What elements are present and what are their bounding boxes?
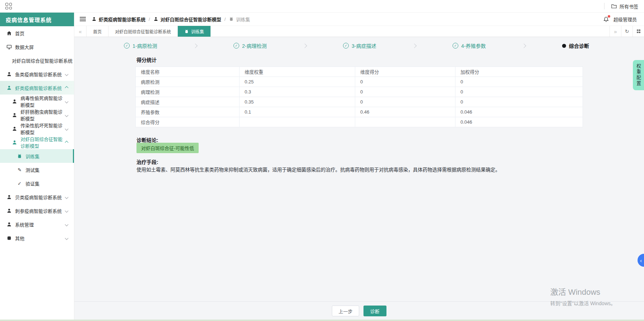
sidebar-item-label: 鱼类疫病智能诊断系统 <box>15 71 62 78</box>
tab-home[interactable]: 首页 <box>87 26 108 37</box>
sidebar-item-other[interactable]: 其他 <box>0 231 74 245</box>
sidebar-item-fish-system[interactable]: 鱼类疫病智能诊断系统 <box>0 67 74 81</box>
sidebar-item-sea-cucumber-system[interactable]: 刺参疫病智能诊断系统 <box>0 204 74 217</box>
step-pathogen-detection[interactable]: ✓ 1-病原检测 <box>124 42 157 49</box>
folder-icon <box>611 3 617 9</box>
sidebar-item-wssv-system[interactable]: 对虾白斑综合征智能诊断系统 <box>0 54 74 67</box>
user-icon <box>6 208 12 214</box>
tab-wssv-system[interactable]: 对虾白斑综合征智能诊断系统 <box>108 26 178 37</box>
top-header: 虾类疫病智能诊断系统 / 对虾白斑综合征智能诊断模型 / 训练集 超级管理员 <box>74 13 644 26</box>
table-row: 病原检测 0.25 0 0 <box>136 77 583 87</box>
notification-bell-icon[interactable] <box>603 16 609 22</box>
breadcrumb-label: 训练集 <box>236 16 250 23</box>
user-icon <box>12 126 17 132</box>
sidebar-item-label: 刺参疫病智能诊断系统 <box>15 207 62 214</box>
tabs-scroll-left-icon[interactable]: « <box>74 26 87 37</box>
check-icon: ✓ <box>17 181 22 186</box>
check-circle-icon: ✓ <box>343 43 349 49</box>
sidebar-item-label: 训练集 <box>26 153 40 160</box>
table-row: 病理检测 0.3 0 0 <box>136 87 583 97</box>
previous-step-button[interactable]: 上一步 <box>332 306 359 316</box>
tab-training-set[interactable]: 训练集 <box>178 26 211 37</box>
main-content: ✓ 1-病原检测 ✓ 2-病理检测 ✓ 3-病症描述 ✓ 4-养殖参数 综合诊断… <box>74 37 644 321</box>
breadcrumb-item[interactable]: 对虾白斑综合征智能诊断模型 <box>161 16 221 23</box>
weight-config-button[interactable]: 权重配置 <box>633 60 644 90</box>
breadcrumb-separator: / <box>223 17 227 22</box>
current-user[interactable]: 超级管理员 <box>613 16 637 23</box>
chevron-down-icon <box>65 127 69 130</box>
sidebar-item-ehp-model[interactable]: 虾肝肠胞虫病智能诊断模型 <box>0 108 74 122</box>
column-header: 加权得分 <box>455 67 583 77</box>
user-icon <box>153 17 158 22</box>
all-bookmarks-button[interactable]: 所有书签 <box>604 3 644 10</box>
step-symptom-description[interactable]: ✓ 3-病症描述 <box>343 42 376 49</box>
step-farming-parameters[interactable]: ✓ 4-养殖参数 <box>453 42 486 49</box>
sidebar-item-shrimp-system[interactable]: 虾类疫病智能诊断系统 <box>0 81 74 95</box>
cell: 病原检测 <box>136 77 240 87</box>
browser-bookmarks-bar: 所有书签 <box>0 0 644 13</box>
chevron-down-icon <box>65 223 69 226</box>
sidebar-item-label: 系统管理 <box>15 221 34 228</box>
step-pathology-detection[interactable]: ✓ 2-病理检测 <box>233 42 267 49</box>
user-icon <box>12 113 17 118</box>
breadcrumb-item[interactable]: 虾类疫病智能诊断系统 <box>99 16 145 23</box>
treatment-label: 治疗手段: <box>136 158 158 165</box>
cell: 病症描述 <box>136 97 240 107</box>
sidebar-item-label: 数据大屏 <box>15 43 34 50</box>
cell: 0 <box>455 77 583 87</box>
user-icon <box>6 85 12 91</box>
cell: 0.1 <box>240 107 355 117</box>
hamburger-menu-icon[interactable] <box>80 15 86 23</box>
chevron-up-icon <box>65 141 69 144</box>
column-header: 维度权重 <box>240 67 355 77</box>
check-circle-icon: ✓ <box>233 43 239 49</box>
table-row: 养殖参数 0.1 0.46 0.046 <box>136 107 583 117</box>
chevron-down-icon <box>65 100 69 103</box>
sidebar-item-training-set[interactable]: 训练集 <box>0 149 74 163</box>
watermark-line1: 激活 Windows <box>550 285 616 297</box>
sidebar-item-label: 病毒性偷死病智能诊断模型 <box>20 95 65 108</box>
sidebar-item-data-screen[interactable]: 数据大屏 <box>0 40 74 54</box>
user-icon <box>6 222 12 227</box>
sidebar-item-shellfish-system[interactable]: 贝类疫病智能诊断系统 <box>0 190 74 204</box>
breadcrumb-separator: / <box>148 17 151 22</box>
sidebar-item-system-management[interactable]: 系统管理 <box>0 217 74 231</box>
sidebar-item-imn-model[interactable]: 传染性肌坏死智能诊断模型 <box>0 122 74 136</box>
header-right: 超级管理员 <box>603 16 644 23</box>
chevron-left-icon: ‹ <box>640 257 642 263</box>
refresh-icon[interactable]: ↻ <box>621 26 633 37</box>
misc-icon <box>6 235 12 241</box>
user-icon <box>12 140 17 145</box>
sidebar-item-validation-set[interactable]: ✓ 验证集 <box>0 176 74 190</box>
step-comprehensive-diagnosis[interactable]: 综合诊断 <box>562 42 589 49</box>
diagnose-button[interactable]: 诊断 <box>363 306 386 316</box>
sidebar-item-label: 其他 <box>15 235 24 242</box>
tabs-scroll-right-icon[interactable]: » <box>610 26 621 37</box>
user-icon <box>6 194 12 200</box>
cell: 0.046 <box>455 117 583 127</box>
cell: 0 <box>455 87 583 97</box>
sidebar-item-viral-covert-model[interactable]: 病毒性偷死病智能诊断模型 <box>0 95 74 108</box>
step-label: 1-病原检测 <box>133 42 157 49</box>
sidebar-item-label: 对虾白斑综合征智能诊断系统 <box>12 57 73 64</box>
sidebar-item-label: 虾肝肠胞虫病智能诊断模型 <box>20 108 65 122</box>
sidebar-item-test-set[interactable]: ✎ 测试集 <box>0 163 74 176</box>
cell: 0.25 <box>240 77 355 87</box>
sidebar: 疫病信息管理系统 首页 数据大屏 对虾白斑综合征智能诊断系统 鱼类疫病智能诊断系… <box>0 13 74 321</box>
step-label: 综合诊断 <box>569 42 589 49</box>
windows-activation-watermark: 激活 Windows 转到“设置”以激活 Windows。 <box>550 285 616 307</box>
check-circle-icon: ✓ <box>124 43 130 49</box>
layout-grid-icon[interactable] <box>633 26 644 37</box>
cell <box>355 117 455 127</box>
apps-grid-icon[interactable] <box>5 3 12 9</box>
robot-icon <box>17 153 22 159</box>
breadcrumb: 虾类疫病智能诊断系统 / 对虾白斑综合征智能诊断模型 / 训练集 <box>92 16 250 23</box>
diagnosis-conclusion-label: 诊断结论: <box>136 136 158 143</box>
check-circle-icon: ✓ <box>453 43 458 49</box>
sidebar-item-home[interactable]: 首页 <box>0 26 74 40</box>
chevron-down-icon <box>65 236 69 240</box>
tab-label: 训练集 <box>191 28 204 35</box>
app-title: 疫病信息管理系统 <box>0 13 74 26</box>
user-icon <box>6 72 12 77</box>
sidebar-item-wssv-model[interactable]: 对虾白斑综合征智能诊断模型 <box>0 136 74 149</box>
